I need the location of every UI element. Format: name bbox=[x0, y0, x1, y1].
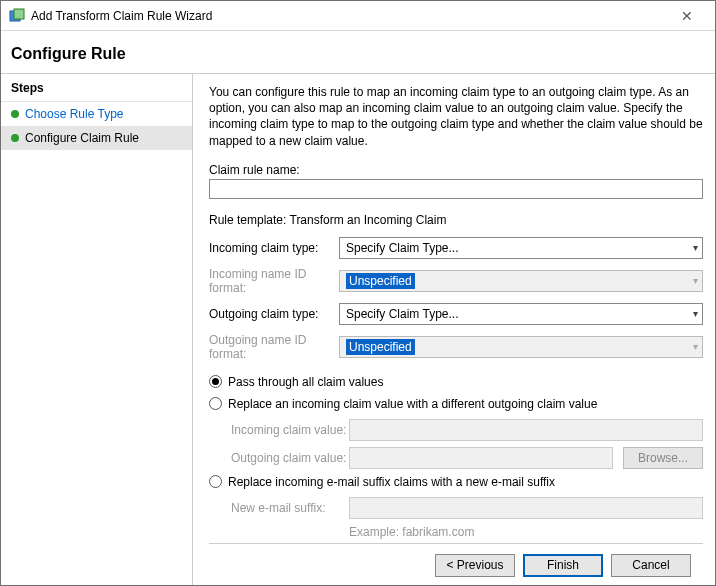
step-bullet-icon bbox=[11, 110, 19, 118]
window-title: Add Transform Claim Rule Wizard bbox=[31, 9, 661, 23]
titlebar: Add Transform Claim Rule Wizard ✕ bbox=[1, 1, 715, 31]
step-configure-claim-rule[interactable]: Configure Claim Rule bbox=[1, 126, 192, 150]
incoming-name-id-label: Incoming name ID format: bbox=[209, 267, 339, 295]
rule-template-line: Rule template: Transform an Incoming Cla… bbox=[209, 213, 703, 227]
wizard-window: Add Transform Claim Rule Wizard ✕ Config… bbox=[0, 0, 716, 586]
chevron-down-icon: ▾ bbox=[693, 242, 698, 253]
step-label: Choose Rule Type bbox=[25, 107, 124, 121]
svg-rect-1 bbox=[14, 9, 24, 19]
close-icon[interactable]: ✕ bbox=[667, 8, 707, 24]
chevron-down-icon: ▾ bbox=[693, 341, 698, 352]
new-email-suffix-label: New e-mail suffix: bbox=[231, 501, 349, 515]
incoming-claim-value-label: Incoming claim value: bbox=[231, 423, 349, 437]
outgoing-name-id-label: Outgoing name ID format: bbox=[209, 333, 339, 361]
incoming-claim-type-value: Specify Claim Type... bbox=[346, 241, 459, 255]
radio-pass-label: Pass through all claim values bbox=[228, 375, 383, 389]
browse-button: Browse... bbox=[623, 447, 703, 469]
new-email-suffix-input bbox=[349, 497, 703, 519]
radio-icon bbox=[209, 475, 222, 488]
outgoing-name-id-select: Unspecified ▾ bbox=[339, 336, 703, 358]
body: Steps Choose Rule Type Configure Claim R… bbox=[1, 74, 715, 585]
chevron-down-icon: ▾ bbox=[693, 275, 698, 286]
steps-sidebar: Steps Choose Rule Type Configure Claim R… bbox=[1, 74, 193, 585]
outgoing-claim-type-value: Specify Claim Type... bbox=[346, 307, 459, 321]
incoming-name-id-value: Unspecified bbox=[346, 273, 415, 289]
page-title: Configure Rule bbox=[11, 45, 705, 63]
description-text: You can configure this rule to map an in… bbox=[209, 84, 703, 149]
radio-icon bbox=[209, 397, 222, 410]
radio-replace-value[interactable]: Replace an incoming claim value with a d… bbox=[209, 397, 703, 411]
claim-rule-name-input[interactable] bbox=[209, 179, 703, 199]
steps-heading: Steps bbox=[1, 78, 192, 102]
outgoing-claim-type-label: Outgoing claim type: bbox=[209, 307, 339, 321]
outgoing-claim-type-select[interactable]: Specify Claim Type... ▾ bbox=[339, 303, 703, 325]
outgoing-claim-value-label: Outgoing claim value: bbox=[231, 451, 349, 465]
incoming-claim-type-label: Incoming claim type: bbox=[209, 241, 339, 255]
radio-replace-suffix[interactable]: Replace incoming e-mail suffix claims wi… bbox=[209, 475, 703, 489]
incoming-claim-value-input bbox=[349, 419, 703, 441]
radio-pass-through[interactable]: Pass through all claim values bbox=[209, 375, 703, 389]
example-text: Example: fabrikam.com bbox=[349, 525, 703, 539]
app-icon bbox=[9, 8, 25, 24]
step-label: Configure Claim Rule bbox=[25, 131, 139, 145]
header: Configure Rule bbox=[1, 31, 715, 74]
previous-button[interactable]: < Previous bbox=[435, 554, 515, 577]
incoming-name-id-select: Unspecified ▾ bbox=[339, 270, 703, 292]
incoming-claim-type-select[interactable]: Specify Claim Type... ▾ bbox=[339, 237, 703, 259]
cancel-button[interactable]: Cancel bbox=[611, 554, 691, 577]
content-panel: You can configure this rule to map an in… bbox=[193, 74, 715, 585]
radio-replace-suffix-label: Replace incoming e-mail suffix claims wi… bbox=[228, 475, 555, 489]
footer-buttons: < Previous Finish Cancel bbox=[209, 543, 703, 585]
chevron-down-icon: ▾ bbox=[693, 308, 698, 319]
step-choose-rule-type[interactable]: Choose Rule Type bbox=[1, 102, 192, 126]
radio-icon bbox=[209, 375, 222, 388]
step-bullet-icon bbox=[11, 134, 19, 142]
radio-replace-value-label: Replace an incoming claim value with a d… bbox=[228, 397, 597, 411]
finish-button[interactable]: Finish bbox=[523, 554, 603, 577]
outgoing-claim-value-input bbox=[349, 447, 613, 469]
outgoing-name-id-value: Unspecified bbox=[346, 339, 415, 355]
claim-rule-name-label: Claim rule name: bbox=[209, 163, 703, 177]
